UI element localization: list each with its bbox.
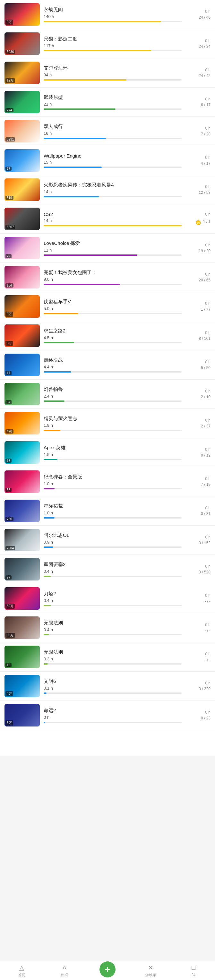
game-title: 精灵与萤火意志 [44, 415, 182, 422]
badge-count: 50万 [5, 604, 15, 609]
game-info: 艾尔登法环 34 h [44, 65, 182, 81]
list-item[interactable]: 9万 永劫无间 140 h 0 h 24 / 40 [0, 0, 215, 29]
game-right: 0 h 0 / 31 [182, 506, 210, 516]
game-right: 0 h 24 / 42 [182, 68, 210, 78]
game-title: 命运2 [44, 708, 182, 714]
game-hours: 9.0 h [44, 277, 182, 282]
achievement-text: 24 / 34 [199, 44, 210, 49]
recent-hours: 0 h [205, 301, 210, 306]
game-title: 求生之路2 [44, 328, 182, 334]
game-thumbnail: 10 [5, 646, 40, 668]
game-right: 0 h - / - [182, 622, 210, 633]
recent-hours: 0 h [205, 212, 210, 216]
list-item[interactable]: 519 火影忍者疾风传：究极忍者风暴4 14 h 0 h 12 / 53 [0, 175, 215, 204]
list-item[interactable]: 5931 双人成行 16 h 0 h 7 / 20 [0, 117, 215, 146]
nav-library-label: 游戏库 [145, 973, 156, 977]
list-item[interactable]: 164 完蛋！我被美女包围了！ 9.0 h 0 h 20 / 65 [0, 263, 215, 292]
badge-count: 37 [5, 400, 11, 404]
list-item[interactable]: 50万 刀塔2 0.4 h 0 h - / - [0, 584, 215, 613]
game-thumbnail: 760 [5, 500, 40, 522]
game-right: 0 h 5 / 50 [182, 360, 210, 370]
game-right: 0 h 0 / 320 [182, 681, 210, 691]
game-right: 0 h 4 / 17 [182, 155, 210, 165]
achievement-text: 7 / 20 [201, 132, 210, 136]
badge-count: 6万 [5, 721, 13, 725]
achievement-text: 5 / 50 [201, 366, 210, 370]
game-thumbnail: 5931 [5, 120, 40, 143]
list-item[interactable]: 2884 阿尔比恩OL 0.9 h 0 h 0 / 152 [0, 526, 215, 555]
nav-hot[interactable]: ○ 热点 [43, 961, 86, 980]
progress-bar-fill [44, 517, 54, 519]
badge-count: 72 [5, 254, 11, 258]
recent-hours: 0 h [205, 622, 210, 627]
game-title: 幻兽帕鲁 [44, 387, 182, 393]
achievement-text: - / - [205, 628, 210, 633]
game-hours: 0.4 h [44, 598, 182, 603]
game-thumbnail: 77 [5, 149, 40, 172]
list-item[interactable]: 760 星际拓荒 1.0 h 0 h 0 / 31 [0, 496, 215, 526]
game-title: 最终决战 [44, 357, 182, 363]
game-hours: 0.1 h [44, 686, 182, 690]
nav-profile[interactable]: □ 我 [172, 961, 215, 980]
progress-bar-fill [44, 663, 48, 665]
game-thumbnail: 9万 [5, 3, 40, 25]
list-item[interactable]: 55 纪念碑谷：全景版 1.0 h 0 h 7 / 19 [0, 467, 215, 496]
list-item[interactable]: 6607 CS2 14 h 0 h 1/1 1 / 1 [0, 204, 215, 234]
badge-count: 3万 [5, 341, 13, 346]
achievement-text: 2 / 37 [201, 424, 210, 428]
nav-plus-item[interactable]: + [86, 961, 129, 980]
list-item[interactable]: 77 军团要塞2 0.4 h 0 h 0 / 520 [0, 555, 215, 584]
recent-hours: 0 h [205, 535, 210, 539]
game-thumbnail: 55 [5, 471, 40, 493]
recent-hours: 0 h [205, 9, 210, 14]
game-info: 双人成行 16 h [44, 124, 182, 139]
game-title: 侠盗猎车手V [44, 299, 182, 305]
achievement-badge: 1/1 1 / 1 [194, 218, 210, 226]
nav-plus-button[interactable]: + [99, 961, 116, 977]
recent-hours: 0 h [205, 506, 210, 510]
progress-bar-fill [44, 371, 71, 372]
list-item[interactable]: 4万 文明6 0.1 h 0 h 0 / 320 [0, 671, 215, 701]
badge-count: 30万 [5, 633, 15, 638]
badge-count: 77 [5, 575, 11, 579]
list-item[interactable]: 470 精灵与萤火意志 1.9 h 0 h 2 / 37 [0, 409, 215, 438]
game-hours: 0 h [44, 715, 182, 720]
game-hours: 117 h [44, 43, 182, 48]
game-hours: 140 h [44, 14, 182, 19]
progress-bar-fill [44, 576, 51, 577]
achievement-text: 6 / 17 [201, 103, 210, 107]
list-item[interactable]: 9万 侠盗猎车手V 5.0 h 0 h 1 / 77 [0, 292, 215, 321]
progress-bar-bg [44, 79, 182, 81]
progress-bar-fill [44, 313, 78, 314]
list-item[interactable]: 37 幻兽帕鲁 2.4 h 0 h 2 / 10 [0, 380, 215, 409]
list-item[interactable]: 72 LoveChoice 拣爱 11 h 0 h 19 / 20 [0, 234, 215, 263]
game-right: 0 h 1/1 1 / 1 [182, 212, 210, 226]
progress-bar-bg [44, 576, 182, 577]
list-item[interactable]: 17 最终决战 4.4 h 0 h 5 / 50 [0, 350, 215, 380]
list-item[interactable]: 274 武装原型 21 h 0 h 6 / 17 [0, 88, 215, 117]
progress-bar-bg [44, 108, 182, 110]
recent-hours: 0 h [205, 710, 210, 714]
nav-home[interactable]: △ 首页 [0, 961, 43, 980]
badge-count: 519 [5, 196, 13, 200]
game-hours: 0.4 h [44, 627, 182, 632]
list-item[interactable]: 10 无限法则 0.3 h 0 h - / - [0, 643, 215, 671]
achievement-text: - / - [205, 657, 210, 662]
game-hours: 16 h [44, 131, 182, 136]
game-info: 永劫无间 140 h [44, 7, 182, 22]
nav-library[interactable]: ✕ 游戏库 [129, 961, 172, 980]
game-thumbnail: 9万 [5, 295, 40, 318]
recent-hours: 0 h [205, 681, 210, 686]
recent-hours: 0 h [205, 652, 210, 656]
progress-bar-fill [44, 430, 61, 431]
list-item[interactable]: 6086 只狼：影逝二度 117 h 0 h 24 / 34 [0, 29, 215, 59]
progress-bar-fill [44, 722, 45, 723]
progress-bar-bg [44, 342, 182, 344]
list-item[interactable]: 77 Wallpaper Engine 15 h 0 h 4 / 17 [0, 146, 215, 175]
list-item[interactable]: 6万 命运2 0 h 0 h 0 / 23 [0, 701, 215, 730]
progress-bar-fill [44, 342, 74, 344]
list-item[interactable]: 87 Apex 英雄 1.5 h 0 h 0 / 12 [0, 438, 215, 467]
list-item[interactable]: 12万 艾尔登法环 34 h 0 h 24 / 42 [0, 59, 215, 88]
list-item[interactable]: 30万 无限法则 0.4 h 0 h - / - [0, 613, 215, 643]
list-item[interactable]: 3万 求生之路2 4.5 h 0 h 8 / 101 [0, 321, 215, 350]
